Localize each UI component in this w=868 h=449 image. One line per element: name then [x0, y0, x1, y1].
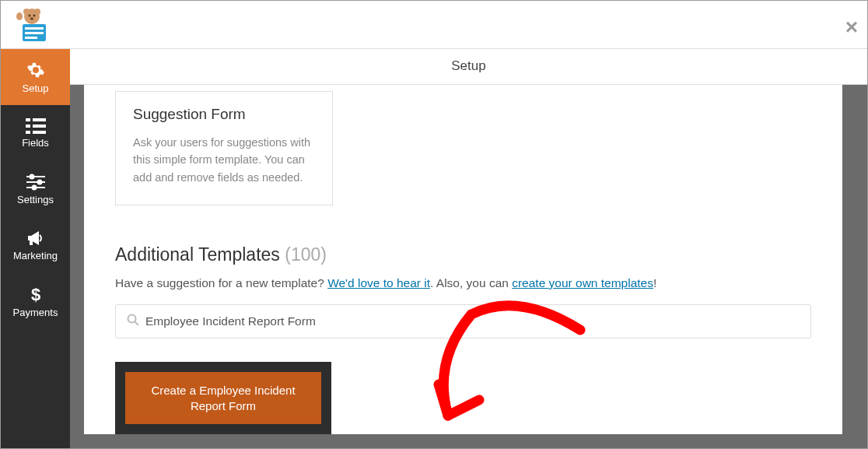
svg-rect-8 — [25, 27, 44, 30]
sidebar-item-label: Payments — [13, 307, 58, 318]
svg-rect-10 — [25, 37, 37, 39]
sidebar: Setup Fields Settings Marketing — [1, 49, 70, 448]
svg-rect-23 — [30, 240, 33, 245]
content-panel: Suggestion Form Ask your users for sugge… — [84, 85, 842, 434]
close-icon[interactable]: × — [845, 15, 858, 40]
sliders-icon — [26, 174, 45, 191]
sidebar-item-settings[interactable]: Settings — [1, 161, 70, 217]
suggestion-text: Have a suggestion for a new template? We… — [115, 276, 811, 290]
top-bar: × — [1, 1, 867, 49]
dollar-icon: $ — [30, 285, 41, 303]
sidebar-item-label: Marketing — [13, 250, 58, 261]
sidebar-item-setup[interactable]: Setup — [1, 49, 70, 105]
svg-point-3 — [29, 14, 31, 16]
svg-rect-11 — [26, 118, 30, 121]
svg-point-22 — [32, 185, 36, 189]
svg-text:$: $ — [30, 285, 40, 303]
search-icon — [127, 314, 139, 329]
template-card-title: Suggestion Form — [133, 106, 315, 123]
search-input-value: Employee Incident Report Form — [145, 314, 316, 328]
create-button-wrapper: Create a Employee Incident Report Form — [115, 362, 331, 434]
svg-point-2 — [34, 9, 40, 15]
svg-point-25 — [128, 315, 136, 323]
template-card-suggestion-form[interactable]: Suggestion Form Ask your users for sugge… — [115, 91, 333, 205]
sidebar-item-payments[interactable]: $ Payments — [1, 273, 70, 329]
svg-rect-16 — [33, 131, 46, 134]
sidebar-item-label: Setup — [23, 82, 49, 94]
additional-templates-heading: Additional Templates (100) — [115, 244, 811, 265]
svg-rect-13 — [26, 125, 30, 128]
wpforms-logo — [9, 5, 55, 44]
svg-point-20 — [37, 180, 41, 184]
content-gray-area: Suggestion Form Ask your users for sugge… — [70, 85, 867, 448]
svg-rect-9 — [25, 32, 44, 34]
sidebar-item-label: Fields — [22, 137, 49, 149]
svg-line-26 — [135, 322, 139, 326]
svg-point-6 — [16, 12, 23, 20]
template-card-description: Ask your users for suggestions with this… — [133, 134, 315, 186]
gear-icon — [26, 61, 45, 79]
svg-rect-14 — [33, 125, 46, 128]
sidebar-item-label: Settings — [17, 194, 54, 205]
svg-point-1 — [23, 9, 30, 15]
bullhorn-icon — [26, 230, 45, 247]
sidebar-item-marketing[interactable]: Marketing — [1, 217, 70, 273]
page-title: Setup — [70, 49, 867, 85]
svg-point-4 — [33, 14, 36, 16]
svg-point-18 — [30, 174, 33, 178]
svg-point-5 — [30, 17, 33, 19]
svg-rect-15 — [26, 131, 30, 134]
list-icon — [26, 118, 46, 134]
create-form-button[interactable]: Create a Employee Incident Report Form — [125, 372, 321, 424]
hear-it-link[interactable]: We'd love to hear it — [327, 276, 430, 289]
sidebar-item-fields[interactable]: Fields — [1, 105, 70, 161]
create-own-templates-link[interactable]: create your own templates — [512, 276, 653, 289]
svg-rect-12 — [33, 118, 46, 121]
template-search-input[interactable]: Employee Incident Report Form — [115, 304, 811, 339]
